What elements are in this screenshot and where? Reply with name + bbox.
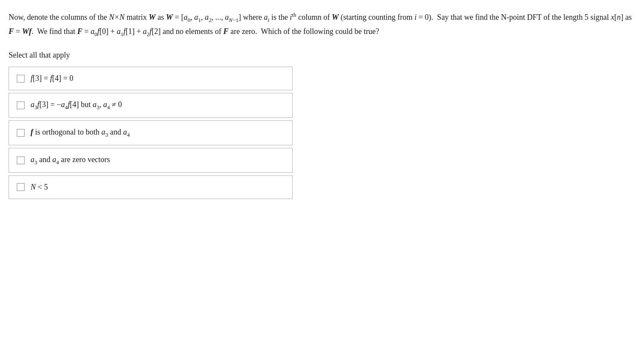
checkbox-3[interactable] [17,129,25,137]
problem-statement: Now, denote the columns of the N×N matri… [9,10,635,39]
option-1-text: f[3] = f[4] = 0 [31,73,73,84]
option-3-text: f is orthogonal to both a3 and a4 [31,127,130,139]
option-4-text: a3 and a4 are zero vectors [31,154,110,166]
option-2[interactable]: a3f[3] = −a4f[4] but a3, a4 ≠ 0 [9,93,293,118]
options-list: f[3] = f[4] = 0 a3f[3] = −a4f[4] but a3,… [9,67,293,202]
checkbox-1[interactable] [17,75,25,83]
checkbox-4[interactable] [17,156,25,164]
option-4[interactable]: a3 and a4 are zero vectors [9,148,293,173]
option-5[interactable]: N < 5 [9,175,293,199]
option-5-text: N < 5 [31,182,48,193]
option-2-text: a3f[3] = −a4f[4] but a3, a4 ≠ 0 [31,99,122,111]
checkbox-5[interactable] [17,183,25,191]
option-3[interactable]: f is orthogonal to both a3 and a4 [9,120,293,145]
select-all-label: Select all that apply [9,51,635,60]
checkbox-2[interactable] [17,101,25,109]
option-1[interactable]: f[3] = f[4] = 0 [9,67,293,90]
